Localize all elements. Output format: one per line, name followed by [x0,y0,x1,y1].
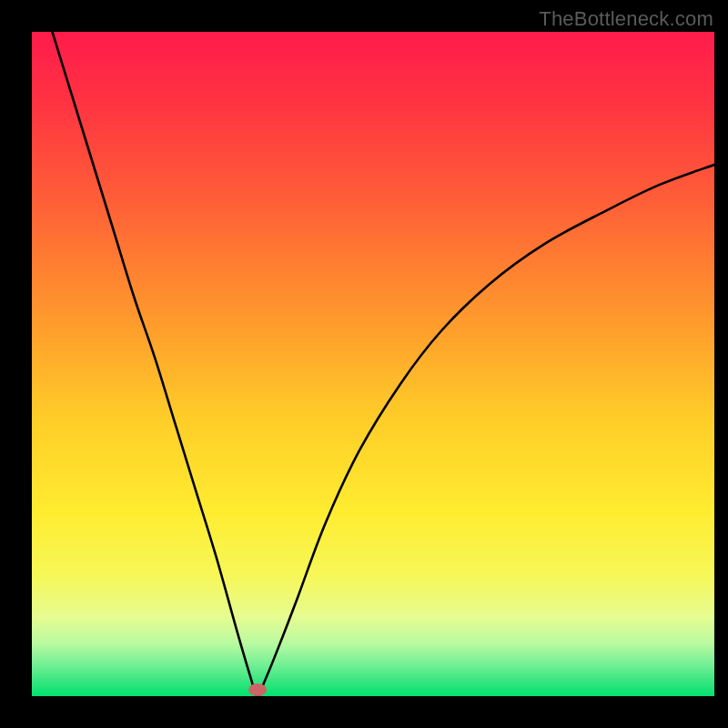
optimal-point-marker [248,683,267,696]
watermark-text: TheBottleneck.com [539,7,713,31]
chart-frame: TheBottleneck.com [0,0,728,728]
bottleneck-curve [53,32,715,696]
curve-svg [32,32,714,696]
plot-area [32,32,714,696]
